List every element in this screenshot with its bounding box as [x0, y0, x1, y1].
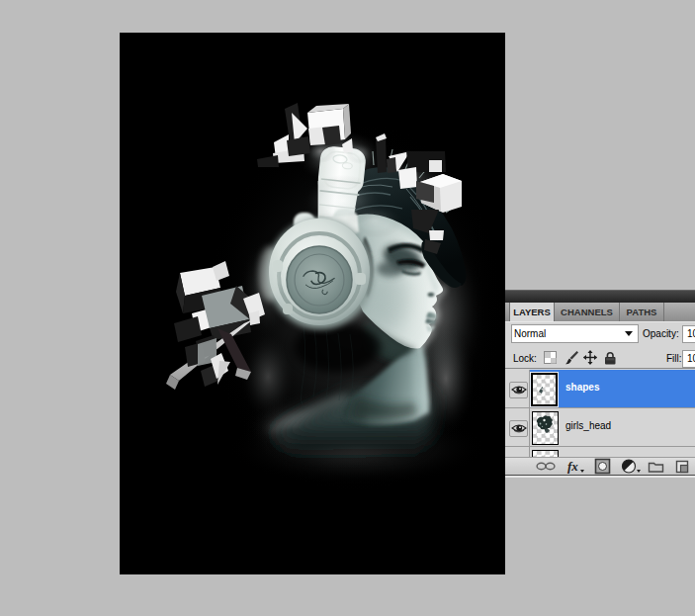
- svg-text:fx: fx: [567, 459, 578, 474]
